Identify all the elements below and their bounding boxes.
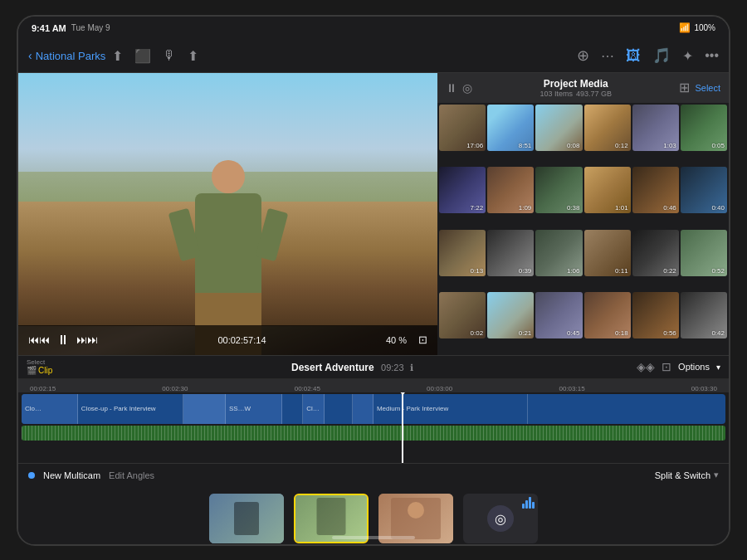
nav-icons-group: ⬆ ⬛ 🎙 ⬆ <box>112 48 198 64</box>
status-time: 9:41 AM <box>32 23 66 33</box>
timeline-title-section: Desert Adventure 09:23 ℹ <box>75 359 630 374</box>
person-figure <box>174 160 282 326</box>
clip-4-label: SS…W <box>229 405 251 412</box>
video-track[interactable]: Clo… Close-up - Park Interview SS…W Cl… <box>22 394 725 424</box>
media-grid: 17:06 8:51 0:08 0:12 1:03 0:05 7:22 1:09… <box>437 103 729 355</box>
multicam-clip-wide[interactable]: Wide <box>209 494 284 546</box>
media-thumb-11[interactable]: 0:46 <box>632 167 679 213</box>
media-thumb-6[interactable]: 0:05 <box>681 105 727 151</box>
media-thumb-7[interactable]: 7:22 <box>439 167 486 213</box>
grid-view-icon[interactable]: ⊞ <box>679 80 690 95</box>
playhead <box>402 392 403 463</box>
media-thumb-5[interactable]: 1:03 <box>632 105 679 151</box>
timeline-duration: 09:23 <box>381 363 404 373</box>
media-thumb-2[interactable]: 8:51 <box>487 105 534 151</box>
multicam-section: New Multicam Edit Angles Split & Switch … <box>18 463 729 546</box>
media-item-count: 103 Items <box>540 90 573 98</box>
back-button[interactable]: ‹ National Parks <box>28 49 105 62</box>
multicam-thumb-wide[interactable] <box>209 494 284 543</box>
device-frame: 9:41 AM Tue May 9 📶 100% ‹ National Park… <box>17 15 730 546</box>
more-icon[interactable]: ••• <box>705 48 719 63</box>
media-thumb-22[interactable]: 0:18 <box>584 292 631 338</box>
multicam-clip-audio[interactable]: ◎ Audio Source <box>463 494 538 546</box>
clip-1[interactable]: Clo… <box>22 394 78 424</box>
media-thumb-16[interactable]: 0:11 <box>584 230 631 276</box>
clip-8[interactable] <box>353 394 374 424</box>
status-bar: 9:41 AM Tue May 9 📶 100% <box>18 17 729 40</box>
timeline-right-controls: ◈◈ ⊡ Options ▾ <box>637 360 720 373</box>
media-thumb-4[interactable]: 0:12 <box>584 105 631 151</box>
track-clips: Clo… Close-up - Park Interview SS…W Cl… <box>22 394 725 424</box>
nav-right-icons: ⊕ ⋯ 🖼 🎵 ✦ ••• <box>577 46 719 65</box>
transitions-icon[interactable]: ⋯ <box>601 48 614 64</box>
wifi-icon: 📶 <box>679 22 691 33</box>
ruler-mark-4: 00:03:00 <box>427 385 452 392</box>
timecode-display: 00:02:57:14 <box>106 335 378 345</box>
share-icon[interactable]: ⬆ <box>188 48 198 64</box>
media-thumb-18[interactable]: 0:52 <box>681 230 727 276</box>
media-thumb-20[interactable]: 0:21 <box>487 292 534 338</box>
split-switch-label[interactable]: Split & Switch <box>655 470 710 480</box>
media-thumb-24[interactable]: 0:42 <box>681 292 727 338</box>
media-thumb-10[interactable]: 1:01 <box>584 167 631 213</box>
media-thumb-3[interactable]: 0:08 <box>535 105 582 151</box>
media-thumb-19[interactable]: 0:02 <box>439 292 486 338</box>
media-thumb-23[interactable]: 0:56 <box>632 292 679 338</box>
ruler-mark-5: 00:03:15 <box>559 385 584 392</box>
timeline-info-icon[interactable]: ℹ <box>410 363 413 373</box>
clip-2[interactable]: Close-up - Park Interview <box>78 394 183 424</box>
camera-record-icon[interactable]: ⬛ <box>134 48 151 64</box>
media-thumb-1[interactable]: 17:06 <box>439 105 486 151</box>
clip-icon: 🎬 <box>27 366 37 375</box>
clip-label: 🎬 Clip <box>27 366 68 375</box>
multicam-dot <box>28 472 35 479</box>
clip-1-label: Clo… <box>25 405 42 412</box>
new-multicam-label[interactable]: New Multicam <box>43 470 100 480</box>
media-thumb-21[interactable]: 0:45 <box>535 292 582 338</box>
battery-icon: 100% <box>694 23 715 32</box>
multicam-header: New Multicam Edit Angles Split & Switch … <box>18 464 729 487</box>
fit-icon[interactable]: ⊡ <box>418 334 427 346</box>
zoom-icon[interactable]: ⊡ <box>662 360 671 373</box>
play-pause-button[interactable]: ⏸ <box>56 333 70 348</box>
audio-bars-icon <box>522 497 535 509</box>
clip-9[interactable]: Medium - Park Interview <box>374 394 529 424</box>
multicam-right-controls: Split & Switch ▾ <box>655 470 719 480</box>
timeline-tracks: Clo… Close-up - Park Interview SS…W Cl… <box>18 392 729 463</box>
audio-track[interactable] <box>22 426 725 441</box>
fast-forward-button[interactable]: ⏭⏭ <box>76 334 98 346</box>
zoom-level: 40 % <box>386 335 407 345</box>
options-button[interactable]: Options <box>678 362 710 372</box>
media-thumb-12[interactable]: 0:40 <box>681 167 727 213</box>
pause-icon[interactable]: ⏸ <box>446 81 457 95</box>
photos-icon[interactable]: 🖼 <box>626 47 641 65</box>
media-browser-header: ⏸ ◎ Project Media 103 Items 493.77 GB ⊞ … <box>437 73 729 103</box>
audio-circle-icon: ◎ <box>487 505 514 532</box>
media-title-section: Project Media 103 Items 493.77 GB <box>477 78 674 98</box>
voiceover-icon[interactable]: 🎙 <box>163 48 176 63</box>
circle-icon[interactable]: ◎ <box>462 81 472 95</box>
media-thumb-14[interactable]: 0:39 <box>487 230 534 276</box>
clip-7[interactable] <box>325 394 353 424</box>
clip-4[interactable]: SS…W <box>226 394 282 424</box>
add-media-icon[interactable]: ⊕ <box>577 46 589 65</box>
clip-6-label: Cl… <box>306 405 320 412</box>
media-thumb-9[interactable]: 0:38 <box>535 167 582 213</box>
edit-angles-label[interactable]: Edit Angles <box>109 470 154 480</box>
match-color-icon[interactable]: ◈◈ <box>637 360 655 373</box>
clip-3[interactable] <box>183 394 226 424</box>
media-thumb-17[interactable]: 0:22 <box>632 230 679 276</box>
audio-icon[interactable]: 🎵 <box>652 46 671 65</box>
clip-6[interactable]: Cl… <box>303 394 324 424</box>
rewind-button[interactable]: ⏮⏮ <box>28 334 50 346</box>
clip-5[interactable] <box>282 394 303 424</box>
media-thumb-8[interactable]: 1:09 <box>487 167 534 213</box>
select-button[interactable]: Select <box>695 83 720 93</box>
media-thumb-13[interactable]: 0:13 <box>439 230 486 276</box>
ruler-mark-1: 00:02:15 <box>30 385 56 392</box>
upload-icon[interactable]: ⬆ <box>112 48 123 64</box>
effects-icon[interactable]: ✦ <box>682 48 693 64</box>
multicam-thumb-audio[interactable]: ◎ <box>463 494 538 543</box>
split-switch-chevron: ▾ <box>714 470 719 480</box>
media-thumb-15[interactable]: 1:06 <box>535 230 582 276</box>
